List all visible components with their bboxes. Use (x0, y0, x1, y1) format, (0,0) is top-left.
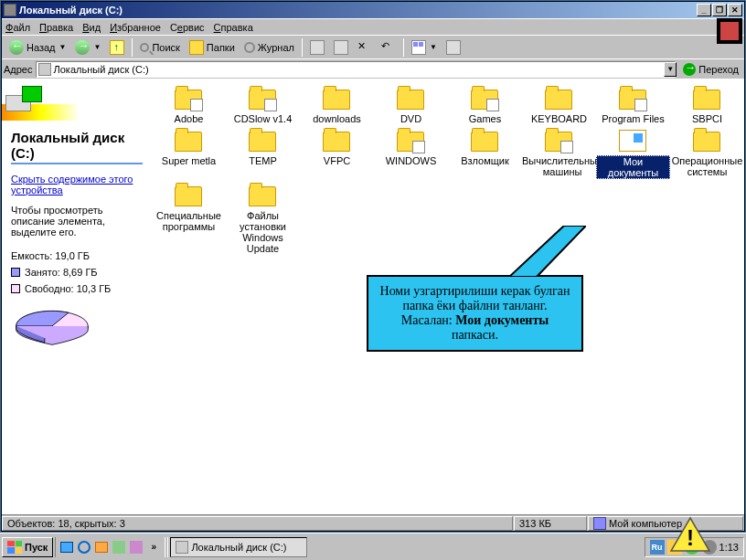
views-button[interactable]: ▼ (408, 38, 441, 57)
menu-help[interactable]: Справка (214, 22, 253, 33)
copyto-button[interactable] (330, 38, 352, 57)
go-icon (683, 63, 696, 76)
menu-favorites[interactable]: Избранное (110, 22, 161, 33)
folder-item[interactable]: Adobe (152, 86, 226, 124)
folder-icon (249, 86, 278, 111)
drive-icon (38, 63, 51, 76)
back-button[interactable]: Назад▼ (5, 38, 69, 57)
folder-icon (249, 183, 278, 208)
close-button[interactable]: ✕ (728, 4, 742, 16)
folder-item[interactable]: Операционные системы (670, 128, 744, 179)
callout-line3: Масалан: Мои документы папкаси. (378, 313, 572, 343)
folder-item[interactable]: KEYBOARD (522, 86, 596, 124)
taskbar-task[interactable]: Локальный диск (C:) (170, 537, 307, 557)
folder-label: SBPCI (692, 113, 722, 124)
folder-label: Super metla (162, 155, 216, 166)
folder-item[interactable]: downloads (300, 86, 374, 124)
panel-description: Чтобы просмотреть описание элемента, выд… (11, 205, 143, 238)
address-value: Локальный диск (C:) (54, 64, 149, 75)
folder-label: Операционные системы (670, 155, 744, 177)
folder-item[interactable]: VFPC (300, 128, 374, 179)
extra-icon (446, 40, 461, 55)
forward-button[interactable]: ▼ (71, 38, 104, 57)
history-button[interactable]: Журнал (240, 40, 298, 55)
tray-clock[interactable]: 1:13 (719, 542, 739, 553)
windows-logo-icon (7, 541, 22, 554)
undo-button[interactable]: ↶ (378, 38, 400, 57)
folder-label: Program Files (602, 113, 664, 124)
folder-icon (545, 86, 574, 111)
ql-outlook[interactable] (93, 539, 110, 555)
svg-marker-1 (509, 226, 586, 277)
views-icon (411, 40, 426, 55)
pie-chart (11, 305, 93, 346)
menu-edit[interactable]: Правка (39, 22, 73, 33)
ql-app2[interactable] (128, 539, 144, 555)
folder-label: VFPC (324, 155, 350, 166)
menu-view[interactable]: Вид (82, 22, 101, 33)
folder-label: Специальные программы (152, 210, 226, 232)
start-button[interactable]: Пуск (2, 537, 53, 557)
mycomputer-icon (593, 517, 606, 530)
used-legend: Занято: 8,69 ГБ (11, 267, 143, 278)
up-icon (110, 40, 124, 55)
folder-item[interactable]: Games (448, 86, 522, 124)
folder-item[interactable]: DVD (374, 86, 448, 124)
folder-icon (323, 128, 352, 153)
folder-item[interactable]: Super metla (152, 128, 226, 179)
folder-item[interactable]: Специальные программы (152, 183, 226, 254)
forward-icon (75, 40, 90, 55)
folders-button[interactable]: Папки (186, 38, 239, 57)
ql-more[interactable]: » (145, 539, 162, 555)
go-button[interactable]: Переход (679, 63, 742, 76)
moveto-button[interactable] (306, 38, 328, 57)
status-size: 313 КБ (514, 516, 587, 531)
folder-item[interactable]: SBPCI (670, 86, 744, 124)
ql-desktop[interactable] (59, 539, 75, 555)
throbber-icon (717, 18, 742, 44)
folder-item[interactable]: CDSlow v1.4 (226, 86, 300, 124)
statusbar: Объектов: 18, скрытых: 3 313 КБ Мой комп… (2, 514, 744, 531)
folder-label: Adobe (175, 113, 204, 124)
minimize-button[interactable]: _ (697, 4, 711, 16)
status-location: Мой компьютер (588, 516, 743, 531)
delete-icon: ✕ (357, 40, 372, 55)
hide-contents-link[interactable]: Скрыть содержимое этого устройства (11, 174, 143, 195)
taskbar: Пуск » Локальный диск (C:) Ru 1:13 (0, 533, 746, 560)
undo-icon: ↶ (381, 40, 396, 55)
up-button[interactable] (106, 38, 128, 57)
menubar: Файл Правка Вид Избранное Сервис Справка (2, 18, 744, 35)
folder-icon (471, 128, 500, 153)
ql-app1[interactable] (111, 539, 127, 555)
menu-tools[interactable]: Сервис (170, 22, 205, 33)
address-dropdown[interactable]: ▼ (664, 62, 677, 77)
folder-item[interactable]: TEMP (226, 128, 300, 179)
delete-button[interactable]: ✕ (354, 38, 376, 57)
lang-indicator[interactable]: Ru (650, 540, 665, 555)
search-button[interactable]: Поиск (136, 40, 183, 55)
folder-item[interactable]: Файлы установки Windows Update (226, 183, 300, 254)
folder-item[interactable]: WINDOWS (374, 128, 448, 179)
address-bar: Адрес Локальный диск (C:) ▼ Переход (2, 58, 744, 79)
folder-icon (175, 86, 204, 111)
folder-item[interactable]: Мои документы (596, 128, 670, 179)
extra-button[interactable] (442, 38, 464, 57)
explorer-window: Локальный диск (C:) _ ❐ ✕ Файл Правка Ви… (1, 1, 745, 532)
folder-icon (693, 86, 722, 111)
folder-item[interactable]: Вычислительные машины (522, 128, 596, 179)
folder-label: WINDOWS (386, 155, 437, 166)
folder-label: CDSlow v1.4 (234, 113, 293, 124)
history-icon (244, 42, 255, 53)
address-combo[interactable]: Локальный диск (C:) (36, 61, 677, 78)
folder-icon (545, 128, 574, 153)
menu-file[interactable]: Файл (5, 22, 30, 33)
folder-label: DVD (400, 113, 421, 124)
folder-label: Мои документы (596, 155, 670, 179)
folder-item[interactable]: Program Files (596, 86, 670, 124)
maximize-button[interactable]: ❐ (712, 4, 727, 16)
ql-ie[interactable] (76, 539, 92, 555)
folder-label: TEMP (249, 155, 277, 166)
folder-label: Вычислительные машины (522, 155, 602, 177)
panel-title: Локальный диск (C:) (11, 130, 143, 164)
folder-item[interactable]: Взломщик (448, 128, 522, 179)
